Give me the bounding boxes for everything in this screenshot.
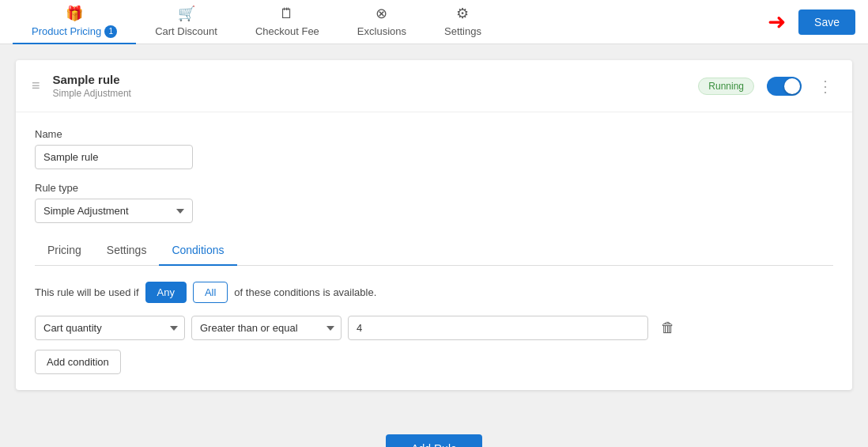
- tab-product-pricing-label: Product Pricing: [32, 25, 101, 37]
- rule-title: Sample rule: [53, 73, 686, 86]
- rule-title-block: Sample rule Simple Adjustment: [53, 73, 686, 99]
- status-badge: Running: [698, 78, 754, 95]
- rule-body: Name Rule type Simple Adjustment Bulk Pr…: [16, 112, 852, 390]
- rule-subtitle: Simple Adjustment: [53, 88, 686, 99]
- inner-tabs: Pricing Settings Conditions: [35, 236, 833, 266]
- toggle-knob: [784, 78, 800, 94]
- condition-field-select[interactable]: Cart quantity Cart subtotal Customer rol…: [35, 316, 185, 340]
- conditions-suffix-text: of these conditions is available.: [234, 286, 376, 298]
- tab-exclusions[interactable]: ⊗ Exclusions: [338, 0, 425, 44]
- rule-card: ≡ Sample rule Simple Adjustment Running …: [16, 60, 852, 390]
- condition-line: Cart quantity Cart subtotal Customer rol…: [35, 316, 833, 340]
- tab-settings-label: Settings: [444, 25, 481, 37]
- tab-settings[interactable]: ⚙ Settings: [425, 0, 500, 44]
- exclusions-icon: ⊗: [376, 5, 387, 22]
- delete-condition-icon[interactable]: 🗑: [655, 316, 681, 339]
- tab-product-pricing[interactable]: 🎁 Product Pricing 1: [13, 0, 136, 44]
- save-btn-area: ➜ Save: [768, 9, 855, 35]
- conditions-toggle-row: This rule will be used if Any All of the…: [35, 282, 833, 303]
- settings-icon: ⚙: [456, 5, 469, 22]
- add-rule-button[interactable]: Add Rule: [386, 434, 482, 447]
- conditions-prefix-text: This rule will be used if: [35, 286, 139, 298]
- name-input[interactable]: [35, 145, 193, 169]
- more-options-icon[interactable]: ⋮: [814, 74, 836, 99]
- tab-cart-discount-label: Cart Discount: [155, 25, 217, 37]
- bottom-bar: Add Rule: [0, 419, 868, 447]
- add-condition-button[interactable]: Add condition: [35, 350, 121, 374]
- rule-toggle[interactable]: [767, 77, 802, 96]
- tab-cart-discount[interactable]: 🛒 Cart Discount: [136, 0, 236, 44]
- rule-header: ≡ Sample rule Simple Adjustment Running …: [16, 60, 852, 112]
- name-label: Name: [35, 128, 833, 140]
- tab-exclusions-label: Exclusions: [357, 25, 406, 37]
- rule-type-label: Rule type: [35, 182, 833, 194]
- tab-settings-inner[interactable]: Settings: [94, 236, 160, 266]
- main-content: ≡ Sample rule Simple Adjustment Running …: [0, 44, 868, 419]
- any-toggle-button[interactable]: Any: [145, 282, 187, 303]
- tab-pricing[interactable]: Pricing: [35, 236, 94, 266]
- save-button[interactable]: Save: [798, 9, 855, 35]
- tab-checkout-fee[interactable]: 🗒 Checkout Fee: [236, 0, 338, 44]
- tab-conditions[interactable]: Conditions: [159, 236, 236, 266]
- top-nav: 🎁 Product Pricing 1 🛒 Cart Discount 🗒 Ch…: [0, 0, 868, 44]
- all-toggle-button[interactable]: All: [193, 282, 228, 303]
- drag-handle-icon[interactable]: ≡: [32, 78, 40, 94]
- tab-product-pricing-badge: 1: [104, 25, 117, 38]
- rule-type-select[interactable]: Simple Adjustment Bulk Pricing Tiered Pr…: [35, 199, 193, 223]
- cart-discount-icon: 🛒: [178, 5, 195, 22]
- arrow-indicator: ➜: [768, 11, 786, 33]
- nav-tabs: 🎁 Product Pricing 1 🛒 Cart Discount 🗒 Ch…: [13, 0, 768, 44]
- product-pricing-icon: 🎁: [66, 5, 83, 22]
- tab-checkout-fee-label: Checkout Fee: [255, 25, 319, 37]
- condition-operator-select[interactable]: Greater than or equal Less than or equal…: [191, 316, 342, 340]
- condition-value-input[interactable]: [348, 316, 648, 340]
- checkout-fee-icon: 🗒: [280, 6, 294, 22]
